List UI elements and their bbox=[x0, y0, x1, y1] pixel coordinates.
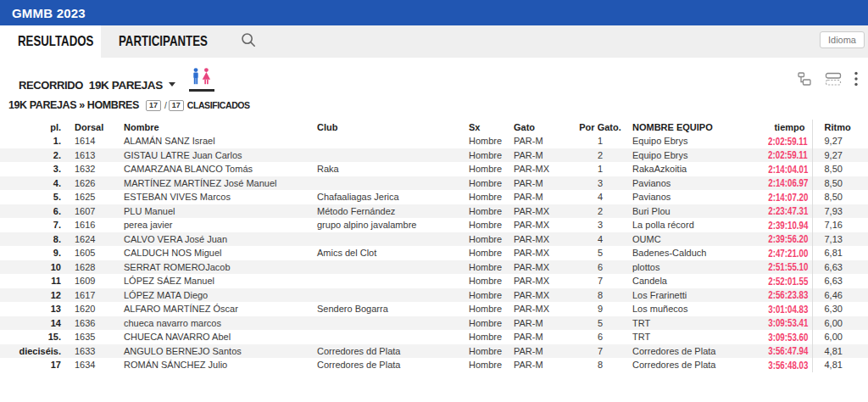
cell-equipo: Buri Plou bbox=[626, 204, 753, 219]
male-female-icon bbox=[190, 68, 213, 88]
cell-gato: PAR-M bbox=[509, 148, 575, 163]
time-value: 2:14:06.97 bbox=[768, 176, 808, 189]
gender-filter-button[interactable] bbox=[189, 68, 214, 92]
cell-nombre: GISTAU LATRE Juan Carlos bbox=[115, 148, 309, 163]
time-value: 2:14:07.20 bbox=[768, 191, 808, 204]
time-value: 2:56:23.83 bbox=[768, 288, 808, 301]
time-value: 2:39:10.94 bbox=[768, 219, 808, 232]
table-row[interactable]: 7.1616perea javiergrupo alpino javalambr… bbox=[0, 218, 868, 232]
time-value: 2:51:55.10 bbox=[768, 260, 808, 273]
column-header-pl: pl. bbox=[0, 120, 66, 134]
recorrido-dropdown[interactable]: 19K PAREJAS bbox=[89, 79, 175, 92]
table-row[interactable]: 2.1613GISTAU LATRE Juan CarlosHombrePAR-… bbox=[0, 148, 868, 163]
table-row[interactable]: 4.1626MARTÍNEZ MARTÍNEZ José ManuelHombr… bbox=[0, 176, 868, 191]
cell-pl: 13 bbox=[0, 302, 66, 316]
cell-pl: 11 bbox=[0, 274, 66, 288]
more-options-button[interactable] bbox=[854, 71, 858, 90]
cell-pl: 3. bbox=[0, 162, 66, 176]
table-row[interactable]: 101628SERRAT ROMEROJacobHombrePAR-MX6plo… bbox=[0, 260, 868, 275]
cell-tiempo: 2:52:01.55 bbox=[753, 274, 812, 288]
cell-club bbox=[309, 274, 459, 288]
list-view-button[interactable] bbox=[825, 71, 842, 90]
table-row[interactable]: 3.1632CAMARZANA BLANCO TomásRakaHombrePA… bbox=[0, 162, 868, 176]
time-value: 2:52:01.55 bbox=[768, 275, 808, 288]
column-header-tiempo: tiempo bbox=[753, 120, 812, 134]
cell-tiempo: 2:39:10.94 bbox=[753, 218, 812, 232]
cell-nombre: PLU Manuel bbox=[115, 204, 309, 219]
cell-gato: PAR-MX bbox=[509, 302, 575, 316]
cell-sx: Hombre bbox=[459, 232, 509, 247]
toolbar: RECORRIDO 19K PAREJAS bbox=[0, 58, 868, 92]
time-value: 3:56:48.03 bbox=[768, 359, 808, 371]
cell-nombre: ROMÁN SÁNCHEZ Julio bbox=[115, 358, 309, 372]
cell-sx: Hombre bbox=[459, 302, 509, 316]
cell-tiempo: 2:02:59.11 bbox=[753, 134, 812, 148]
cell-club bbox=[309, 232, 459, 247]
cell-club bbox=[309, 288, 459, 303]
cell-club bbox=[309, 134, 459, 148]
cell-nombre: SERRAT ROMEROJacob bbox=[115, 260, 309, 275]
cell-nombre: MARTÍNEZ MARTÍNEZ José Manuel bbox=[115, 176, 309, 191]
table-row[interactable]: 15.1635CHUECA NAVARRO AbelHombrePAR-M6TR… bbox=[0, 330, 868, 344]
cell-equipo: La polla récord bbox=[626, 218, 753, 232]
table-row[interactable]: 5.1625ESTEBAN VIVES MarcosChafaaliagas J… bbox=[0, 190, 868, 204]
classified-total: 17 bbox=[169, 100, 184, 111]
cell-equipo: OUMC bbox=[626, 232, 753, 247]
podium-view-button[interactable] bbox=[797, 71, 812, 90]
cell-nombre: LÓPEZ SÁEZ Manuel bbox=[115, 274, 309, 288]
search-icon bbox=[240, 31, 257, 52]
cell-dorsal: 1607 bbox=[66, 204, 115, 219]
cell-por_gato: 1 bbox=[575, 134, 626, 148]
table-row[interactable]: 9.1605CALDUCH NOS MiguelAmics del ClotHo… bbox=[0, 246, 868, 260]
category-subheader: 19K PAREJAS » HOMBRES 17 / 17 CLASIFICAD… bbox=[0, 92, 868, 112]
results-table: pl.DorsalNombreClubSxGatoPor Gato.NOMBRE… bbox=[0, 120, 868, 372]
tab-participantes[interactable]: PARTICIPANTES bbox=[101, 25, 208, 58]
time-value: 2:47:21.00 bbox=[768, 247, 808, 260]
table-row[interactable]: 131620ALFARO MARTÍNEZ ÓscarSendero Bogar… bbox=[0, 302, 868, 316]
table-row[interactable]: 8.1624CALVO VERA José JuanHombrePAR-MX4O… bbox=[0, 232, 868, 247]
cell-sx: Hombre bbox=[459, 218, 509, 232]
table-row[interactable]: dieciséis.1633ANGULO BERNEJO SantosCorre… bbox=[0, 344, 868, 359]
table-row[interactable]: 6.1607PLU ManuelMétodo FernándezHombrePA… bbox=[0, 204, 868, 219]
cell-nombre: ANGULO BERNEJO Santos bbox=[115, 344, 309, 359]
table-row[interactable]: 171634ROMÁN SÁNCHEZ JulioCorredores de P… bbox=[0, 358, 868, 372]
cell-club bbox=[309, 260, 459, 275]
cell-dorsal: 1632 bbox=[66, 162, 115, 176]
language-button[interactable]: Idioma bbox=[820, 31, 865, 48]
chevron-down-icon bbox=[169, 82, 175, 87]
time-value: 2:39:56.20 bbox=[768, 232, 808, 245]
cell-equipo: plottos bbox=[626, 260, 753, 275]
cell-gato: PAR-M bbox=[509, 358, 575, 372]
time-value: 3:09:53.60 bbox=[768, 331, 808, 343]
time-value: 2:14:04.01 bbox=[768, 163, 808, 176]
cell-tiempo: 2:51:55.10 bbox=[753, 260, 812, 275]
cell-club: Método Fernández bbox=[309, 204, 459, 219]
cell-ritmo: 8,50 bbox=[812, 190, 868, 204]
cell-pl: 6. bbox=[0, 204, 66, 219]
cell-ritmo: 6,46 bbox=[812, 288, 868, 303]
kebab-menu-icon bbox=[854, 71, 858, 90]
table-row[interactable]: 141636chueca navarro marcosHombrePAR-M5T… bbox=[0, 316, 868, 331]
cell-dorsal: 1625 bbox=[66, 190, 115, 204]
cell-club: Sendero Bogarra bbox=[309, 302, 459, 316]
time-value: 2:02:59.11 bbox=[768, 135, 807, 148]
cell-sx: Hombre bbox=[459, 274, 509, 288]
cell-gato: PAR-M bbox=[509, 176, 575, 191]
column-header-ritmo: Ritmo bbox=[812, 120, 868, 134]
cell-tiempo: 2:23:47.31 bbox=[753, 204, 812, 219]
cell-club: grupo alpino javalambre bbox=[309, 218, 459, 232]
cell-sx: Hombre bbox=[459, 358, 509, 372]
table-row[interactable]: 111609LÓPEZ SÁEZ ManuelHombrePAR-MX7Cand… bbox=[0, 274, 868, 288]
cell-por_gato: 5 bbox=[575, 246, 626, 260]
cell-equipo: Equipo Ebrys bbox=[626, 148, 753, 163]
table-row[interactable]: 1.1614ALAMÁN SANZ IsraelHombrePAR-M1Equi… bbox=[0, 134, 868, 148]
cell-tiempo: 2:39:56.20 bbox=[753, 232, 812, 247]
cell-nombre: CALVO VERA José Juan bbox=[115, 232, 309, 247]
search-button[interactable] bbox=[240, 25, 257, 58]
cell-gato: PAR-MX bbox=[509, 162, 575, 176]
cell-ritmo: 6,81 bbox=[812, 246, 868, 260]
table-row[interactable]: 121617LÓPEZ MATA DiegoHombrePAR-MX8Los F… bbox=[0, 288, 868, 303]
tab-resultados[interactable]: RESULTADOS bbox=[0, 25, 101, 58]
cell-nombre: ALAMÁN SANZ Israel bbox=[115, 134, 309, 148]
cell-club bbox=[309, 316, 459, 331]
